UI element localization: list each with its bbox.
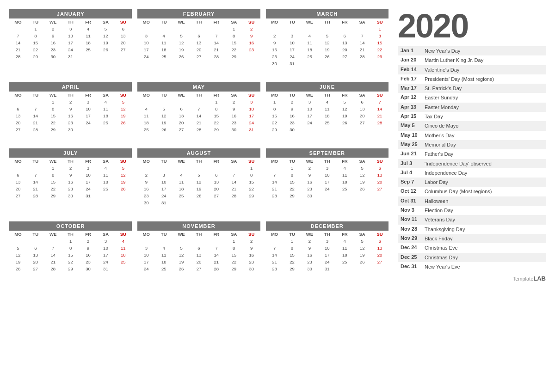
day-cell: 12 — [173, 251, 190, 258]
day-cell — [284, 25, 301, 32]
day-cell: 13 — [9, 178, 27, 185]
day-cell: 1 — [44, 98, 62, 105]
day-cell: 17 — [137, 258, 155, 265]
day-cell: 8 — [266, 105, 284, 112]
day-cell: 15 — [284, 178, 301, 185]
weekday-header: SU — [243, 158, 260, 165]
holiday-item: Sep 7Labor Day — [398, 178, 546, 187]
day-cell: 11 — [155, 39, 173, 46]
weekday-header: TH — [318, 92, 336, 98]
month-table: MOTUWETHFRSASU12345678910111213141516171… — [137, 158, 260, 206]
month-table: MOTUWETHFRSASU12345678910111213141516171… — [137, 231, 260, 272]
day-cell: 30 — [266, 60, 284, 67]
day-cell: 21 — [225, 185, 243, 192]
day-cell: 10 — [97, 245, 114, 251]
day-cell: 11 — [301, 39, 318, 46]
day-cell: 21 — [208, 46, 225, 53]
day-cell: 24 — [318, 185, 336, 192]
holiday-item: Jan 1New Year's Day — [398, 46, 546, 55]
day-cell: 14 — [371, 105, 388, 112]
page-container: JANUARYMOTUWETHFRSASU1234567891011121314… — [9, 9, 546, 282]
day-cell: 26 — [353, 185, 371, 192]
day-cell: 8 — [284, 245, 301, 251]
month-table: MOTUWETHFRSASU12345678910111213141516171… — [9, 18, 132, 60]
day-cell: 3 — [137, 32, 155, 39]
day-cell: 26 — [173, 265, 190, 272]
holiday-name: 'Independence Day' observed — [425, 160, 492, 167]
day-cell — [155, 98, 173, 105]
weekday-header: FR — [336, 18, 353, 25]
day-cell: 19 — [155, 119, 173, 126]
holiday-date: Apr 13 — [401, 104, 425, 110]
day-cell: 27 — [27, 265, 44, 272]
weekday-header: MO — [266, 231, 284, 238]
day-cell: 28 — [27, 126, 44, 133]
day-cell: 29 — [44, 126, 62, 133]
day-cell: 9 — [44, 32, 62, 39]
day-cell — [190, 199, 208, 206]
day-cell: 21 — [27, 119, 44, 126]
day-cell — [44, 238, 62, 245]
day-cell — [371, 60, 388, 67]
month-header: APRIL — [9, 82, 132, 92]
weekday-header: TH — [62, 92, 80, 98]
day-cell: 13 — [27, 251, 44, 258]
day-cell: 18 — [318, 112, 336, 119]
day-cell: 28 — [190, 126, 208, 133]
holiday-name: Christmas Day — [425, 254, 458, 261]
day-cell: 17 — [243, 112, 260, 119]
day-cell: 19 — [190, 185, 208, 192]
day-cell: 7 — [266, 245, 284, 251]
day-cell: 30 — [62, 192, 80, 199]
day-cell — [137, 238, 155, 245]
day-cell: 18 — [301, 46, 318, 53]
day-cell: 8 — [284, 172, 301, 178]
day-cell: 11 — [137, 112, 155, 119]
day-cell: 23 — [225, 119, 243, 126]
weekday-header: SU — [371, 18, 388, 25]
weekday-header: WE — [173, 18, 190, 25]
day-cell: 29 — [44, 192, 62, 199]
day-cell: 31 — [243, 126, 260, 133]
day-cell — [336, 192, 353, 199]
weekday-header: TH — [318, 18, 336, 25]
day-cell — [173, 98, 190, 105]
day-cell: 3 — [284, 32, 301, 39]
day-cell: 20 — [27, 258, 44, 265]
day-cell: 6 — [9, 105, 27, 112]
holiday-date: Nov 28 — [401, 226, 425, 232]
day-cell: 16 — [80, 251, 97, 258]
day-cell — [9, 25, 27, 32]
day-cell: 18 — [97, 178, 114, 185]
day-cell: 15 — [27, 39, 44, 46]
holiday-name: Father's Day — [425, 151, 453, 157]
weekday-header: FR — [208, 158, 225, 165]
holiday-date: Oct 12 — [401, 188, 425, 194]
day-cell: 30 — [44, 53, 62, 60]
day-cell: 7 — [225, 172, 243, 178]
day-cell — [173, 165, 190, 172]
day-cell: 9 — [137, 178, 155, 185]
month-header: NOVEMBER — [137, 221, 260, 231]
day-cell: 25 — [155, 53, 173, 60]
day-cell: 22 — [371, 46, 388, 53]
day-cell: 2 — [301, 238, 318, 245]
day-cell: 9 — [243, 245, 260, 251]
holiday-name: Christmas Eve — [425, 245, 458, 251]
day-cell: 5 — [9, 245, 27, 251]
day-cell: 4 — [114, 238, 132, 245]
weekday-header: SU — [371, 231, 388, 238]
day-cell — [114, 265, 132, 272]
day-cell — [173, 238, 190, 245]
holiday-date: Feb 14 — [401, 67, 425, 72]
day-cell: 28 — [266, 192, 284, 199]
day-cell: 2 — [137, 172, 155, 178]
day-cell: 6 — [371, 238, 388, 245]
day-cell: 31 — [62, 53, 80, 60]
day-cell — [9, 165, 27, 172]
day-cell: 24 — [62, 46, 80, 53]
day-cell: 8 — [208, 105, 225, 112]
day-cell: 26 — [9, 265, 27, 272]
day-cell: 6 — [353, 98, 371, 105]
month-january: JANUARYMOTUWETHFRSASU1234567891011121314… — [9, 9, 132, 77]
